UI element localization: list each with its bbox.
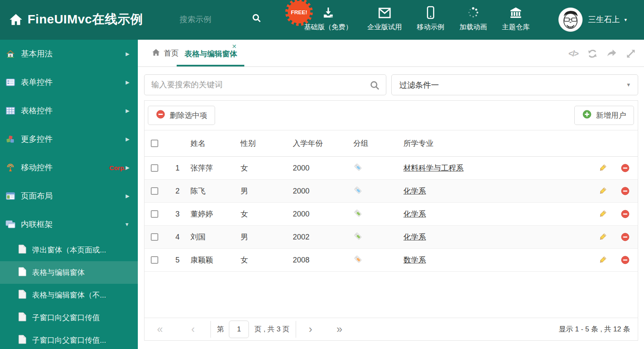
sidebar-item-more-controls[interactable]: 更多控件 ▶ (0, 125, 138, 153)
home-icon (5, 50, 16, 58)
tab-grid-edit-window[interactable]: 表格与编辑窗体 ✕ (177, 40, 244, 66)
nav-theme-store[interactable]: 主题仓库 (502, 5, 530, 32)
prev-page-button[interactable]: ‹ (191, 324, 195, 334)
major-link[interactable]: 化学系 (403, 233, 426, 241)
keyword-search-input[interactable] (151, 75, 368, 95)
home-tab-icon (152, 48, 160, 58)
row-number: 3 (165, 210, 181, 219)
tab-active-label: 表格与编辑窗体 (185, 49, 237, 59)
row-number: 1 (165, 164, 181, 173)
cell-year: 2000 (284, 164, 344, 173)
select-all-checkbox[interactable] (151, 140, 158, 147)
nav-enterprise-trial[interactable]: 企业版试用 (368, 5, 402, 32)
sidebar-subitem-child-to-parent[interactable]: 子窗口向父窗口传值 (0, 306, 138, 329)
file-icon (18, 267, 26, 278)
edit-icon[interactable] (593, 232, 613, 242)
page-total-label: 页 , 共 3 页 (254, 324, 289, 334)
delete-icon[interactable] (613, 186, 638, 196)
sidebar-item-grid-controls[interactable]: 表格控件 ▶ (0, 97, 138, 125)
column-header-year[interactable]: 入学年份 (284, 138, 344, 148)
row-checkbox[interactable] (151, 187, 158, 195)
delete-selected-label: 删除选中项 (170, 110, 207, 120)
sidebar-subitem-grid-edit-window-2[interactable]: 表格与编辑窗体（不... (0, 284, 138, 306)
row-checkbox[interactable] (151, 210, 158, 218)
column-header-group[interactable]: 分组 (344, 138, 394, 148)
close-icon[interactable]: ✕ (232, 43, 237, 50)
row-checkbox[interactable] (151, 164, 158, 172)
sidebar-subitem-label: 弹出窗体（本页面或... (32, 245, 106, 255)
sidebar-subitem-popup-window[interactable]: 弹出窗体（本页面或... (0, 239, 138, 261)
table-row: 4 刘国 男 2002 化学系 (145, 226, 638, 249)
header-search-input[interactable] (180, 13, 244, 27)
delete-icon[interactable] (613, 255, 638, 265)
open-in-new-icon[interactable] (606, 48, 617, 59)
edit-icon[interactable] (593, 186, 613, 196)
next-page-button[interactable]: › (309, 324, 312, 334)
sidebar-item-label: 表格控件 (21, 105, 126, 116)
file-icon (18, 290, 26, 301)
file-icon (18, 335, 26, 346)
delete-icon[interactable] (613, 232, 638, 242)
delete-icon[interactable] (613, 209, 638, 219)
sidebar-item-form-controls[interactable]: 表单控件 ▶ (0, 68, 138, 97)
edit-icon[interactable] (593, 209, 613, 219)
edit-icon[interactable] (593, 255, 613, 265)
add-user-button[interactable]: 新增用户 (574, 106, 634, 125)
sidebar-item-label: 内联框架 (21, 219, 124, 230)
tab-active-underline (177, 65, 244, 66)
grid-header-row: 姓名 性别 入学年份 分组 所学专业 (145, 130, 638, 157)
sidebar-item-iframe[interactable]: 内联框架 ▼ (0, 210, 138, 239)
delete-icon[interactable] (613, 163, 638, 173)
edit-icon[interactable] (593, 163, 613, 173)
file-icon (18, 245, 26, 255)
page-number-input[interactable] (229, 321, 249, 338)
major-link[interactable]: 数学系 (403, 256, 426, 264)
tag-icon[interactable] (344, 255, 394, 266)
major-link[interactable]: 材料科学与工程系 (403, 164, 464, 172)
column-header-name[interactable]: 姓名 (181, 138, 231, 148)
corp-badge: Corp. (109, 164, 126, 171)
nav-loading-animation[interactable]: 加载动画 (459, 5, 487, 32)
user-avatar[interactable] (558, 8, 583, 32)
first-page-button[interactable]: « (157, 324, 163, 334)
keyword-search-box (144, 74, 386, 95)
tab-home[interactable]: 首页 (152, 48, 179, 58)
sidebar-subitem-label: 子窗口向父窗口传值... (32, 335, 106, 345)
sidebar-item-mobile-controls[interactable]: 移动控件 Corp. ▶ (0, 153, 138, 182)
column-header-major[interactable]: 所学专业 (394, 138, 593, 148)
sidebar-subitem-grid-edit-window[interactable]: 表格与编辑窗体 (0, 261, 138, 284)
fullscreen-icon[interactable] (625, 48, 636, 59)
nav-mobile-demo[interactable]: 移动示例 (417, 5, 444, 32)
last-page-button[interactable]: » (337, 324, 342, 334)
sidebar-subitem-child-to-parent-2[interactable]: 子窗口向父窗口传值... (0, 329, 138, 349)
sidebar-item-basic-usage[interactable]: 基本用法 ▶ (0, 40, 138, 68)
cell-year: 2002 (284, 233, 344, 242)
sidebar: 基本用法 ▶ 表单控件 ▶ 表格控件 ▶ 更多控件 ▶ 移动控件 Corp. ▶ (0, 40, 138, 349)
cell-gender: 女 (231, 163, 284, 173)
delete-selected-button[interactable]: 删除选中项 (148, 106, 215, 125)
tag-icon[interactable] (344, 232, 394, 243)
row-checkbox[interactable] (151, 233, 158, 241)
refresh-icon[interactable] (587, 48, 598, 59)
column-header-gender[interactable]: 性别 (231, 138, 284, 148)
cell-name: 刘国 (181, 232, 231, 242)
tag-icon[interactable] (344, 186, 394, 197)
sidebar-item-label: 更多控件 (21, 134, 126, 145)
tag-icon[interactable] (344, 163, 394, 174)
filter-dropdown[interactable]: 过滤条件一 ▼ (391, 74, 638, 95)
sidebar-subitem-label: 表格与编辑窗体（不... (32, 290, 106, 300)
app-home-icon[interactable] (8, 13, 23, 28)
cell-name: 董婷婷 (181, 209, 231, 219)
major-link[interactable]: 化学系 (403, 187, 426, 195)
minus-circle-icon (156, 110, 165, 121)
source-code-icon[interactable]: </> (568, 48, 579, 59)
tag-icon[interactable] (344, 209, 394, 220)
frames-icon (5, 220, 16, 229)
header-search-icon[interactable] (251, 13, 261, 25)
user-menu[interactable]: 三生石上 ▼ (588, 14, 628, 25)
row-checkbox[interactable] (151, 256, 158, 264)
major-link[interactable]: 化学系 (403, 210, 426, 218)
search-icon[interactable] (369, 80, 380, 92)
sidebar-item-label: 基本用法 (21, 48, 126, 59)
sidebar-item-page-layout[interactable]: 页面布局 ▶ (0, 182, 138, 210)
